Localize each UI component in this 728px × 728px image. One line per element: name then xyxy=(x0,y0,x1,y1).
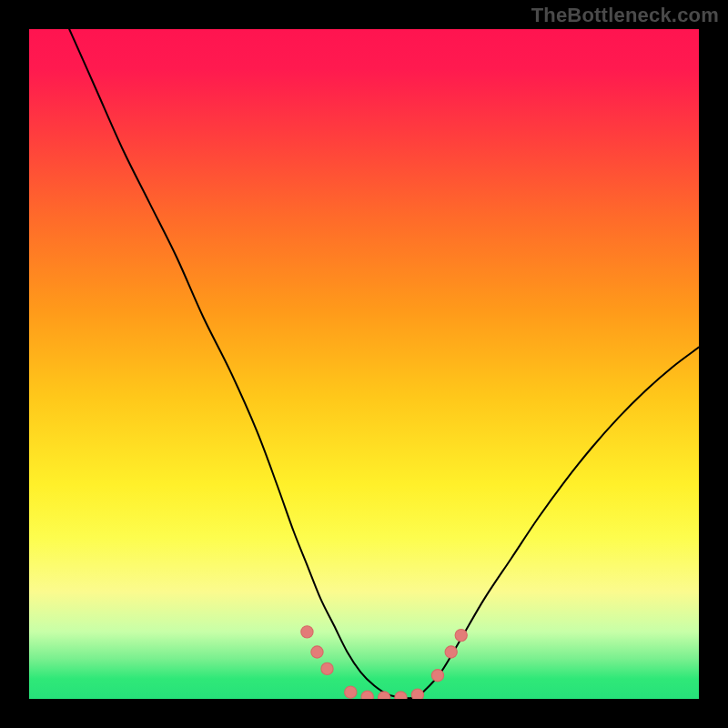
marker-bottom-b xyxy=(361,691,373,699)
marker-left-cluster-2 xyxy=(311,646,323,658)
bottleneck-curve xyxy=(69,29,699,698)
marker-bottom-e xyxy=(411,689,423,699)
marker-left-cluster-1 xyxy=(301,626,313,638)
marker-left-cluster-3 xyxy=(321,662,333,674)
bottleneck-curve-svg xyxy=(29,29,699,699)
watermark-text: TheBottleneck.com xyxy=(531,4,719,27)
data-markers xyxy=(301,626,468,699)
marker-bottom-c xyxy=(378,692,389,699)
plot-area xyxy=(29,29,699,699)
marker-right-cluster-3 xyxy=(455,629,467,641)
marker-bottom-a xyxy=(345,686,357,698)
marker-bottom-d xyxy=(395,692,407,699)
marker-right-cluster-1 xyxy=(431,670,443,682)
marker-right-cluster-2 xyxy=(445,646,457,658)
chart-frame: TheBottleneck.com xyxy=(0,0,728,728)
